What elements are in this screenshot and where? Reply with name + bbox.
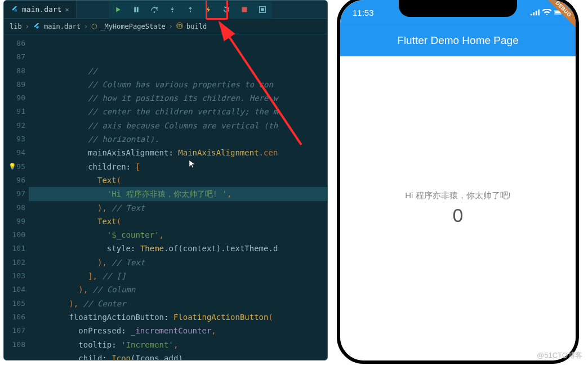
phone-body: DEBUG 11:53 Flutter Demo Home Page Hi 程序… <box>337 0 579 364</box>
phone-notch <box>399 0 517 17</box>
chevron-right-icon: › <box>84 23 88 30</box>
breadcrumb-file: main.dart <box>44 23 81 30</box>
chevron-right-icon: › <box>25 23 29 30</box>
close-icon[interactable]: ✕ <box>65 6 69 14</box>
hot-reload-icon[interactable] <box>203 5 213 15</box>
code-lines[interactable]: // // Column has various properties to c… <box>31 34 327 360</box>
mouse-cursor-icon <box>189 159 197 170</box>
breadcrumb[interactable]: lib › main.dart › ⬡ _MyHomePageState › ⓜ… <box>4 19 327 34</box>
stop-icon[interactable] <box>239 5 250 15</box>
ide-window: main.dart ✕ lib › main.dart › ⬡ _MyHomeP… <box>3 0 328 360</box>
signal-icon <box>531 9 540 16</box>
status-time: 11:53 <box>353 8 374 17</box>
flutter-icon <box>11 6 19 14</box>
breadcrumb-folder: lib <box>10 23 22 30</box>
svg-point-1 <box>172 11 173 12</box>
svg-rect-5 <box>261 8 264 11</box>
chevron-right-icon: › <box>169 23 173 30</box>
method-icon: ⓜ <box>176 21 183 31</box>
code-editor[interactable]: 86878889909192939495💡9697989910010110210… <box>4 34 327 360</box>
svg-point-0 <box>154 11 155 13</box>
svg-rect-3 <box>242 7 247 12</box>
app-body: Hi 程序亦非猿，你太帅了吧! 0 <box>340 56 576 360</box>
breadcrumb-method: build <box>186 23 207 30</box>
body-text: Hi 程序亦非猿，你太帅了吧! <box>405 190 511 201</box>
app-bar: Flutter Demo Home Page <box>340 25 576 56</box>
play-icon[interactable] <box>113 5 123 15</box>
debug-toolbar <box>109 1 272 19</box>
counter-value: 0 <box>453 204 464 226</box>
devtools-icon[interactable] <box>257 5 268 15</box>
editor-tabbar: main.dart ✕ <box>4 1 327 19</box>
phone-simulator: DEBUG 11:53 Flutter Demo Home Page Hi 程序… <box>337 0 579 364</box>
step-into-icon[interactable] <box>167 5 177 15</box>
breadcrumb-class: _MyHomePageState <box>100 23 166 30</box>
wifi-icon <box>542 9 551 16</box>
line-gutter: 86878889909192939495💡9697989910010110210… <box>4 34 31 360</box>
pause-icon[interactable] <box>131 5 141 15</box>
restart-icon[interactable] <box>221 5 231 15</box>
watermark: @51CTO博客 <box>537 350 582 360</box>
step-over-icon[interactable] <box>149 5 159 15</box>
step-out-icon[interactable] <box>185 5 195 15</box>
class-icon: ⬡ <box>91 23 97 30</box>
app-title: Flutter Demo Home Page <box>397 34 518 47</box>
svg-point-2 <box>190 11 191 12</box>
flutter-icon <box>33 23 41 30</box>
file-tab[interactable]: main.dart ✕ <box>4 1 77 18</box>
tab-filename: main.dart <box>22 5 61 14</box>
